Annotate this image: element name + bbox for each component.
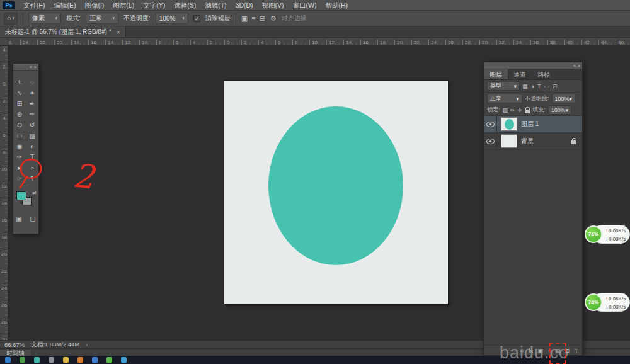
progress-circle[interactable]: 74% bbox=[585, 293, 602, 311]
taskbar-app-icon[interactable] bbox=[106, 357, 112, 363]
taskbar-app-icon[interactable] bbox=[34, 357, 40, 363]
tool-preset-picker[interactable]: ○ ▾ bbox=[4, 13, 18, 25]
document-canvas[interactable] bbox=[224, 81, 448, 304]
vertical-ruler[interactable]: 42024681012141618202224262830 bbox=[0, 46, 8, 340]
gear-icon[interactable]: ⚙ bbox=[270, 14, 277, 23]
close-icon[interactable]: × bbox=[34, 65, 37, 69]
menu-item[interactable]: 滤镜(T) bbox=[200, 0, 231, 11]
blur-tool[interactable]: ◉ bbox=[13, 141, 26, 152]
foreground-color-swatch[interactable] bbox=[16, 191, 26, 200]
dodge-tool[interactable]: ◐ bbox=[26, 141, 38, 152]
ellipse-shape-tool[interactable]: ○ bbox=[26, 162, 38, 173]
zoom-level[interactable]: 66.67% bbox=[4, 341, 25, 348]
path-selection-tool[interactable]: ► bbox=[13, 162, 26, 173]
new-layer-icon[interactable]: ⊞ bbox=[565, 348, 570, 354]
menu-item[interactable]: 帮助(H) bbox=[321, 0, 353, 11]
filter-smart-object-icon[interactable]: ⊡ bbox=[553, 83, 558, 89]
eraser-tool[interactable]: ▭ bbox=[13, 130, 26, 141]
healing-brush-tool[interactable]: ⊕ bbox=[13, 109, 26, 120]
menu-item[interactable]: 编辑(E) bbox=[49, 0, 80, 11]
menu-item[interactable]: 选择(S) bbox=[169, 0, 200, 11]
blend-mode-select[interactable]: 正常 ▾ bbox=[86, 13, 118, 24]
taskbar-app-icon[interactable] bbox=[20, 357, 25, 363]
visibility-cell[interactable] bbox=[484, 133, 497, 149]
layer-row-background[interactable]: 背景 bbox=[484, 133, 582, 150]
chevron-right-icon[interactable]: › bbox=[86, 341, 88, 348]
progress-circle[interactable]: 74% bbox=[585, 225, 602, 243]
menu-item[interactable]: 视图(V) bbox=[258, 0, 289, 11]
download-badge-1[interactable]: ↑0.06K/s ↓0.08K/s 74% bbox=[585, 224, 630, 244]
lock-position-icon[interactable]: ✛ bbox=[518, 107, 523, 113]
layer-name[interactable]: 图层 1 bbox=[521, 120, 582, 128]
collapse-panel-icon[interactable]: « bbox=[573, 64, 576, 68]
clone-stamp-tool[interactable]: ⊙ bbox=[13, 120, 26, 130]
taskbar-app-icon[interactable] bbox=[5, 357, 11, 363]
layer-blend-mode-select[interactable]: 正常 ▾ bbox=[487, 94, 522, 103]
layer-effects-icon[interactable]: fx bbox=[529, 348, 533, 354]
lock-image-pixels-icon[interactable]: ✏ bbox=[510, 107, 515, 113]
tool-mode-select[interactable]: 像素 ▾ bbox=[28, 13, 61, 24]
menu-item[interactable]: 3D(D) bbox=[231, 0, 258, 11]
delete-layer-icon[interactable]: ▯ bbox=[574, 348, 577, 354]
collapse-panel-icon[interactable]: « bbox=[30, 65, 32, 69]
hand-tool[interactable]: ☞ bbox=[13, 173, 26, 184]
swap-colors-icon[interactable]: ⇄ bbox=[32, 190, 37, 196]
panel-tab[interactable]: 图层 bbox=[484, 69, 508, 79]
panel-tab[interactable]: 路径 bbox=[532, 69, 556, 79]
taskbar-app-icon[interactable] bbox=[49, 357, 54, 363]
filter-type-layers-icon[interactable]: T bbox=[537, 83, 541, 89]
path-arrange-icon[interactable]: ⊟ bbox=[260, 14, 265, 23]
horizontal-ruler[interactable]: 2624222018161412108642024681012141618202… bbox=[8, 38, 630, 46]
visibility-cell[interactable] bbox=[484, 116, 497, 132]
close-icon[interactable]: × bbox=[578, 64, 580, 68]
layer-opacity-select[interactable]: 100% ▾ bbox=[552, 94, 576, 103]
menu-item[interactable]: 图层(L) bbox=[108, 0, 139, 11]
zoom-tool[interactable]: ⚲ bbox=[26, 173, 38, 184]
lasso-tool[interactable]: ∿ bbox=[13, 88, 26, 98]
filter-pixel-layers-icon[interactable]: ▦ bbox=[522, 83, 528, 89]
path-alignment-icon[interactable]: ≡ bbox=[251, 14, 255, 23]
panel-tab[interactable]: 通道 bbox=[508, 69, 532, 79]
lock-all-icon[interactable] bbox=[525, 110, 530, 113]
menu-item[interactable]: 文字(Y) bbox=[139, 0, 169, 11]
taskbar-app-icon[interactable] bbox=[77, 357, 83, 363]
magic-wand-tool[interactable]: ✶ bbox=[26, 88, 38, 98]
taskbar-app-icon[interactable] bbox=[121, 357, 127, 363]
layer-mask-icon[interactable]: ▣ bbox=[537, 348, 543, 354]
taskbar-app-icon[interactable] bbox=[92, 357, 98, 363]
close-icon[interactable]: × bbox=[117, 28, 120, 36]
elliptical-marquee-tool[interactable]: ◌ bbox=[26, 77, 38, 88]
gradient-tool[interactable]: ▨ bbox=[26, 130, 38, 141]
menu-item[interactable]: 图像(I) bbox=[80, 0, 108, 11]
taskbar-app-icon[interactable] bbox=[63, 357, 69, 363]
menu-item[interactable]: 窗口(W) bbox=[289, 0, 321, 11]
layer-group-icon[interactable]: ▤ bbox=[555, 348, 561, 354]
adjustment-layer-icon[interactable]: ◑ bbox=[547, 348, 551, 354]
fill-select[interactable]: 100% ▾ bbox=[548, 105, 572, 115]
filter-adjustment-layers-icon[interactable]: ◑ bbox=[531, 83, 534, 89]
move-tool[interactable]: ✛ bbox=[13, 77, 26, 88]
screen-mode-icon[interactable]: ▢ bbox=[28, 213, 37, 224]
crop-tool[interactable]: ⊞ bbox=[13, 98, 26, 109]
eyedropper-tool[interactable]: ✒ bbox=[26, 98, 38, 109]
lock-transparent-pixels-icon[interactable]: ▨ bbox=[503, 107, 508, 113]
brush-tool[interactable]: ✏ bbox=[26, 109, 38, 120]
path-operations-icon[interactable]: ▣ bbox=[241, 14, 248, 23]
opacity-select[interactable]: 100% ▾ bbox=[156, 13, 188, 24]
layer-row-layer-1[interactable]: 图层 1 bbox=[484, 116, 582, 133]
type-tool[interactable]: T bbox=[26, 152, 38, 162]
edit-toolbar-dots-icon[interactable]: ⋯ bbox=[13, 184, 38, 190]
layer-thumbnail[interactable] bbox=[501, 134, 517, 148]
document-tab[interactable]: 未标题-1 @ 66.7% (图层 1, RGB/8#) * × bbox=[0, 26, 126, 37]
layer-name[interactable]: 背景 bbox=[521, 137, 571, 145]
antialias-checkbox[interactable]: ✓ bbox=[193, 15, 200, 22]
menu-item[interactable]: 文件(F) bbox=[19, 0, 49, 11]
download-badge-2[interactable]: ↑0.06K/s ↓0.08K/s 74% bbox=[585, 292, 630, 312]
filter-type-select[interactable]: 类型 ▾ bbox=[487, 81, 520, 91]
filter-shape-layers-icon[interactable]: ▭ bbox=[544, 83, 549, 89]
layer-thumbnail[interactable] bbox=[501, 117, 517, 131]
teal-ellipse-shape[interactable] bbox=[268, 106, 403, 265]
history-brush-tool[interactable]: ↺ bbox=[26, 120, 38, 130]
pen-tool[interactable]: ✑ bbox=[13, 152, 26, 162]
quick-mask-icon[interactable]: ▣ bbox=[14, 213, 23, 224]
